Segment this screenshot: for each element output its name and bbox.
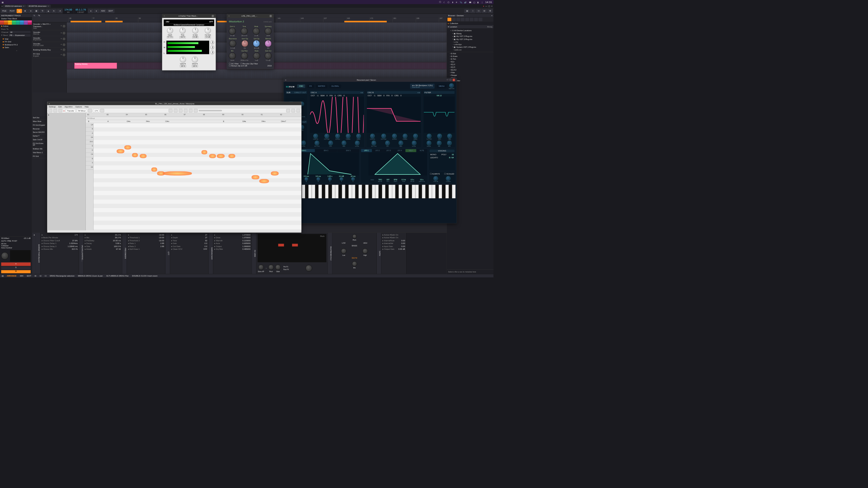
melodyne-note-blob[interactable] [259, 179, 269, 183]
res-knob[interactable] [437, 134, 442, 139]
browser-tab[interactable] [474, 18, 478, 21]
clip[interactable]: Building Wobbly [74, 63, 117, 68]
param-row[interactable]: ▸ 1.070000 [214, 233, 251, 236]
param-row[interactable]: ▸ Chorus Delay 21.23845 ms [41, 245, 78, 247]
phase-knob[interactable] [403, 134, 408, 139]
project-tab[interactable]: 20201112-darkness× [3, 5, 26, 8]
close-icon[interactable]: × [212, 15, 214, 17]
next-marker-button[interactable]: ▸ [94, 9, 99, 13]
panel-toggle-icon[interactable]: ▥ [2, 275, 3, 277]
level-knob[interactable] [412, 141, 416, 145]
phase-knob[interactable] [346, 134, 351, 139]
param-row[interactable]: ▸ Gain0.0 [171, 242, 208, 245]
param-row[interactable]: ▸ 27 [171, 233, 208, 236]
tray-volume-icon[interactable]: 🔊 [464, 1, 467, 3]
browser-button[interactable]: ⊞ [481, 9, 487, 13]
window-rec-icon[interactable]: ● [483, 5, 484, 7]
metronome-button[interactable]: ◮ [45, 9, 51, 13]
track-item[interactable]: Multiband FX-2 [0, 43, 32, 46]
tempo-display[interactable]: 174 [93, 109, 99, 113]
mix-strip-item[interactable]: Multiban Mix [32, 147, 47, 151]
browser-result-item[interactable]: ▫ Filter [447, 71, 494, 74]
level-knob[interactable] [355, 141, 360, 145]
ott-plugin-window[interactable]: ×● Darker Than Black...× ▸xferOTT Multib… [162, 14, 216, 70]
solo-button[interactable]: S [1, 266, 31, 269]
param-row[interactable]: ▸ Active #Satin On [382, 237, 406, 239]
param-row[interactable]: ▸ InternalVel0.00 [382, 242, 406, 245]
project-tab[interactable]: 20190726-dimension× [27, 5, 51, 8]
close-icon[interactable]: × [269, 15, 272, 17]
serum-tab-osc[interactable]: OSC [297, 84, 305, 88]
serum-tab-matrix[interactable]: MATRIX [316, 84, 327, 88]
dev-chain-track-name[interactable]: DARKER THAN BLACK [36, 233, 41, 274]
noise-level-knob[interactable] [301, 141, 306, 145]
detune-knob[interactable] [381, 134, 386, 139]
tool-timing[interactable] [189, 109, 192, 112]
upwd-%-knob[interactable] [180, 57, 186, 63]
mix-strip-item[interactable]: FX Grid Extra HP [32, 142, 47, 147]
pan-knob[interactable] [398, 141, 403, 145]
automon-toggle[interactable]: Auto-monitor [1, 247, 31, 249]
tray-pause-icon[interactable]: ⏸ [452, 1, 454, 3]
prefx-slot[interactable]: Pre FX [282, 266, 290, 268]
automation-write-button[interactable]: ◧ [34, 9, 39, 13]
tree-leaf[interactable]: ▫ carla.vst [448, 48, 492, 51]
tree-node[interactable]: ⊡All Device Locations [448, 29, 492, 32]
tray-battery-icon[interactable]: ▮ [477, 1, 478, 3]
param-row[interactable]: ▸ Out Gain0.0 [171, 245, 208, 247]
device-label[interactable]: MULTIBAND FX-2 [328, 233, 333, 274]
edit-menu[interactable]: EDIT [107, 9, 115, 13]
oscb-wavetable-display[interactable] [367, 97, 421, 133]
menu-options[interactable]: Options [75, 106, 82, 108]
decrement-icon[interactable]: − [266, 267, 267, 269]
melodyne-note-blob[interactable] [229, 154, 235, 158]
post-button[interactable]: POST [12, 240, 17, 242]
browser-tab[interactable] [465, 18, 469, 21]
wt pos-knob[interactable] [315, 141, 319, 145]
volume-knob[interactable] [1, 252, 8, 260]
menu-help[interactable]: Help [85, 106, 89, 108]
preset-selector[interactable]: ◂ ▸ BA Bandpass 2 [SL]SeamlessR [410, 84, 434, 89]
play-button[interactable]: ▶ [17, 9, 22, 13]
param-row[interactable]: ▸ Aura0.605000 [214, 242, 251, 245]
off-knob[interactable] [328, 141, 333, 145]
filter-display[interactable] [424, 97, 455, 133]
window-max-icon[interactable]: ▢ [488, 5, 490, 7]
device-label[interactable]: VALHALLAVINTAG… [79, 233, 84, 274]
low-knob[interactable] [341, 248, 347, 254]
melodyne-note-blob[interactable] [163, 171, 192, 176]
melodyne-note-blob[interactable] [151, 167, 157, 172]
auto-button[interactable]: AUTO [1, 240, 6, 242]
lfo-editor[interactable]: LFO 1LFO 2LFO 3LFO 4VELONOTE GRIDTRIGMOD… [360, 148, 428, 183]
zoom-out[interactable] [286, 109, 290, 112]
position-display[interactable]: 85.1.1.761:55.927 [74, 8, 87, 14]
env-D-knob[interactable] [328, 177, 332, 181]
mix-knob[interactable] [447, 141, 452, 145]
pitch-slider[interactable] [199, 110, 222, 111]
tree-node[interactable]: ▣Bitwig [448, 32, 492, 35]
tray-dnd-icon[interactable]: ☾ [443, 1, 445, 3]
soft-clip-knob[interactable] [253, 40, 260, 47]
device-label[interactable]: FX GRID [252, 233, 257, 274]
clip-name[interactable]: BL_F#m_..._Alone [50, 114, 66, 116]
tray-info-icon[interactable]: ⓘ [439, 1, 441, 3]
unison-knob[interactable] [313, 134, 318, 139]
browser-result-item[interactable]: ▫ EQ-2 [447, 63, 494, 66]
device-button[interactable]: ▭ [476, 9, 481, 13]
serum-keyboard[interactable] [295, 185, 456, 198]
panel-layout-icon[interactable]: ⊞ [35, 275, 36, 277]
track-header[interactable]: VocoderBrightness★ [32, 36, 66, 42]
param-row[interactable]: ▸ 174 [41, 233, 78, 236]
device-ott[interactable]: ▸ 27▸ Depth27▸ Time92▸ Gain0.0▸ Out Gain… [170, 233, 209, 274]
tree-node[interactable]: ▣My VST 3 Plug-ins [448, 38, 492, 41]
browser-result-item[interactable]: ▫ EQ+ [447, 61, 494, 63]
window-close-icon[interactable]: × [491, 5, 492, 7]
melodyne-note-blob[interactable] [217, 154, 225, 158]
pbend-select[interactable]: PB → Expression [8, 34, 31, 37]
add-menu[interactable]: ADD [99, 9, 106, 13]
melodyne-note-blob[interactable] [201, 150, 207, 155]
param-row[interactable]: ▸ Dry/Wet0.485000 [214, 248, 251, 250]
serum-tab-fx[interactable]: FX [308, 84, 314, 88]
in-gain-knob[interactable] [192, 27, 198, 34]
param-row[interactable]: ▸ Attack67.42 [84, 248, 121, 250]
